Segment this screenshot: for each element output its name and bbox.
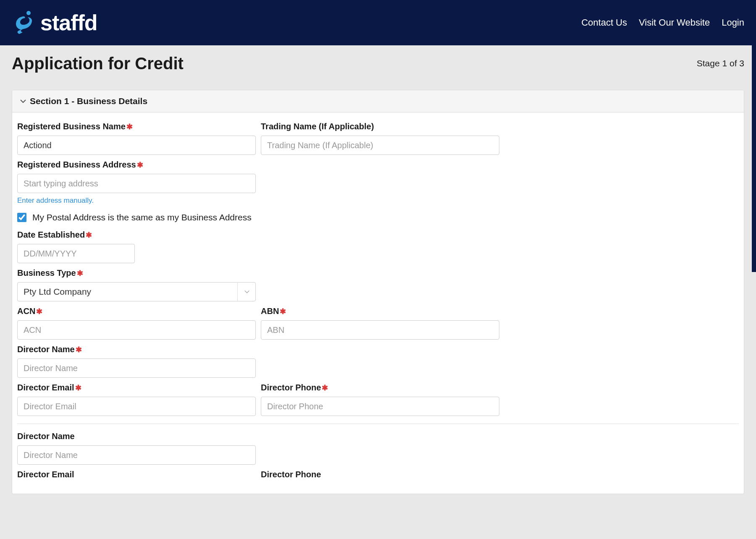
page-title: Application for Credit bbox=[12, 54, 184, 73]
trading-name-input[interactable] bbox=[261, 136, 499, 155]
abn-label: ABN✱ bbox=[261, 306, 499, 316]
abn-input[interactable] bbox=[261, 320, 499, 340]
content-wrapper: Section 1 - Business Details Registered … bbox=[0, 81, 756, 494]
required-star-icon: ✱ bbox=[280, 307, 286, 316]
required-star-icon: ✱ bbox=[36, 307, 42, 316]
director2-phone-group: Director Phone bbox=[261, 470, 499, 484]
trading-name-label: Trading Name (If Applicable) bbox=[261, 122, 499, 131]
scrollbar-thumb[interactable] bbox=[752, 45, 756, 272]
section-1-header[interactable]: Section 1 - Business Details bbox=[12, 90, 744, 113]
divider bbox=[17, 424, 739, 424]
nav-links: Contact Us Visit Our Website Login bbox=[581, 17, 744, 28]
director2-name-label: Director Name bbox=[17, 432, 256, 441]
nav-visit-website[interactable]: Visit Our Website bbox=[639, 17, 710, 28]
required-star-icon: ✱ bbox=[322, 384, 328, 392]
business-name-group: Registered Business Name✱ bbox=[17, 122, 256, 155]
acn-group: ACN✱ bbox=[17, 306, 256, 340]
required-star-icon: ✱ bbox=[126, 123, 133, 131]
business-type-label: Business Type✱ bbox=[17, 268, 256, 278]
brand-icon bbox=[12, 10, 37, 35]
postal-same-row: My Postal Address is the same as my Busi… bbox=[17, 212, 739, 222]
business-address-group: Registered Business Address✱ Enter addre… bbox=[17, 160, 256, 205]
director1-email-input[interactable] bbox=[17, 397, 256, 416]
stage-indicator: Stage 1 of 3 bbox=[697, 58, 744, 68]
business-name-input[interactable] bbox=[17, 136, 256, 155]
section-1-body: Registered Business Name✱ Trading Name (… bbox=[12, 113, 744, 494]
logo: staffd bbox=[12, 10, 97, 35]
business-type-group: Business Type✱ Pty Ltd Company bbox=[17, 268, 256, 301]
acn-label: ACN✱ bbox=[17, 306, 256, 316]
director1-name-label: Director Name✱ bbox=[17, 345, 256, 354]
business-address-input[interactable] bbox=[17, 174, 256, 193]
section-1-container: Section 1 - Business Details Registered … bbox=[12, 90, 744, 494]
business-type-select[interactable]: Pty Ltd Company bbox=[17, 282, 256, 301]
postal-same-checkbox[interactable] bbox=[17, 213, 26, 222]
director2-name-group: Director Name bbox=[17, 432, 256, 465]
brand-name: staffd bbox=[40, 10, 97, 35]
director1-phone-label: Director Phone✱ bbox=[261, 383, 499, 392]
director1-phone-group: Director Phone✱ bbox=[261, 383, 499, 416]
trading-name-group: Trading Name (If Applicable) bbox=[261, 122, 499, 155]
section-1-title: Section 1 - Business Details bbox=[30, 96, 147, 106]
title-bar: Application for Credit Stage 1 of 3 bbox=[0, 45, 756, 81]
header: staffd Contact Us Visit Our Website Logi… bbox=[0, 0, 756, 45]
scrollbar-track bbox=[752, 45, 756, 539]
svg-point-0 bbox=[26, 11, 31, 15]
required-star-icon: ✱ bbox=[137, 161, 143, 169]
required-star-icon: ✱ bbox=[86, 231, 92, 239]
director2-phone-label: Director Phone bbox=[261, 470, 499, 479]
director2-name-input[interactable] bbox=[17, 445, 256, 465]
business-address-label: Registered Business Address✱ bbox=[17, 160, 256, 170]
business-name-label: Registered Business Name✱ bbox=[17, 122, 256, 131]
director1-email-label: Director Email✱ bbox=[17, 383, 256, 392]
nav-login[interactable]: Login bbox=[722, 17, 744, 28]
acn-input[interactable] bbox=[17, 320, 256, 340]
director1-phone-input[interactable] bbox=[261, 397, 499, 416]
director2-email-label: Director Email bbox=[17, 470, 256, 479]
director1-name-group: Director Name✱ bbox=[17, 345, 256, 378]
date-established-input[interactable] bbox=[17, 244, 135, 263]
postal-same-label: My Postal Address is the same as my Busi… bbox=[32, 212, 252, 222]
date-established-label: Date Established✱ bbox=[17, 230, 135, 240]
abn-group: ABN✱ bbox=[261, 306, 499, 340]
chevron-down-icon bbox=[20, 98, 26, 105]
required-star-icon: ✱ bbox=[75, 384, 81, 392]
director2-email-group: Director Email bbox=[17, 470, 256, 484]
nav-contact[interactable]: Contact Us bbox=[581, 17, 627, 28]
enter-address-manually-link[interactable]: Enter address manually. bbox=[17, 196, 94, 205]
required-star-icon: ✱ bbox=[76, 345, 82, 354]
required-star-icon: ✱ bbox=[77, 269, 83, 277]
director1-email-group: Director Email✱ bbox=[17, 383, 256, 416]
date-established-group: Date Established✱ bbox=[17, 230, 135, 263]
director1-name-input[interactable] bbox=[17, 358, 256, 378]
